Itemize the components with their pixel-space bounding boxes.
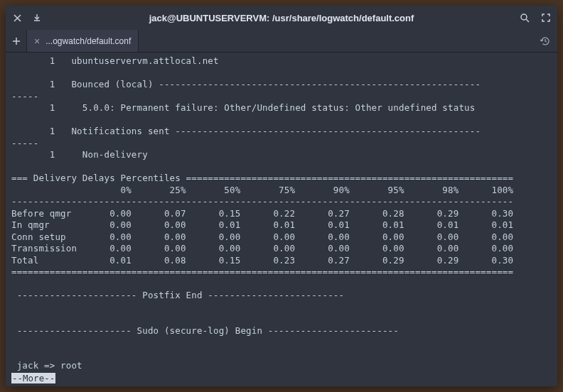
new-tab-button[interactable] <box>6 30 27 52</box>
terminal-window: jack@UBUNTUSERVERVM: /usr/share/logwatch… <box>6 6 557 386</box>
tabbar: × ...ogwatch/default.conf <box>6 30 557 53</box>
tab-default-conf[interactable]: × ...ogwatch/default.conf <box>27 30 139 52</box>
titlebar-right <box>495 12 552 23</box>
search-icon[interactable] <box>519 12 530 23</box>
svg-point-0 <box>521 14 527 20</box>
tab-label: ...ogwatch/default.conf <box>45 36 131 46</box>
close-tab-icon[interactable]: × <box>34 36 40 47</box>
history-icon[interactable] <box>533 30 557 52</box>
fullscreen-icon[interactable] <box>540 12 552 23</box>
tabbar-spacer <box>139 30 533 52</box>
download-icon[interactable] <box>31 12 43 23</box>
terminal-output[interactable]: 1 ubuntuservervm.attlocal.net 1 Bounced … <box>6 53 557 373</box>
close-icon[interactable] <box>11 12 23 23</box>
titlebar: jack@UBUNTUSERVERVM: /usr/share/logwatch… <box>6 6 557 30</box>
more-prompt[interactable]: --More-- <box>11 373 55 383</box>
titlebar-left <box>11 12 68 23</box>
window-title: jack@UBUNTUSERVERVM: /usr/share/logwatch… <box>68 13 495 23</box>
statusbar: --More-- <box>6 373 557 386</box>
